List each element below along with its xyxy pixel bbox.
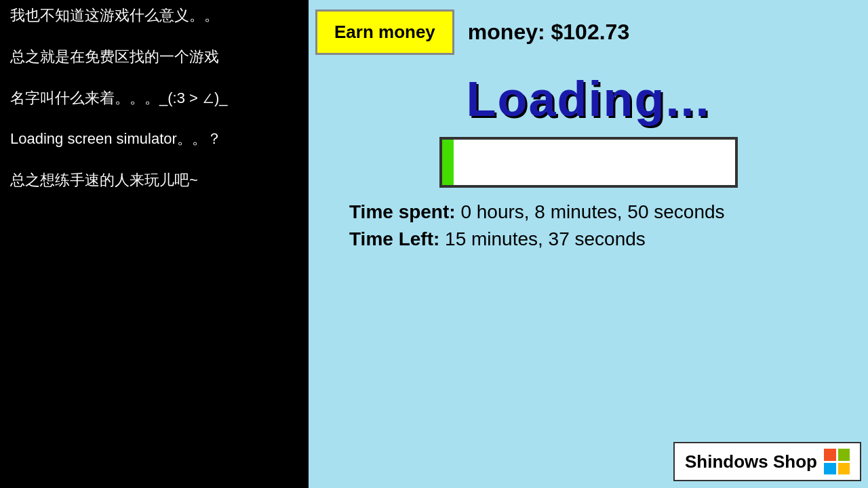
right-panel: Earn money money: $102.73 Loading... Tim… bbox=[309, 0, 868, 488]
shindows-shop[interactable]: Shindows Shop bbox=[673, 442, 861, 481]
time-left-line: Time Left: 15 minutes, 37 seconds bbox=[349, 228, 868, 250]
loading-text: Loading... bbox=[467, 71, 711, 127]
earn-money-button[interactable]: Earn money bbox=[315, 9, 454, 55]
top-bar: Earn money money: $102.73 bbox=[309, 0, 868, 64]
time-spent-value: 0 hours, 8 minutes, 50 seconds bbox=[460, 201, 724, 222]
text-line-4: Loading screen simulator。。？ bbox=[10, 129, 298, 150]
time-info: Time spent: 0 hours, 8 minutes, 50 secon… bbox=[309, 201, 868, 256]
text-line-2: 总之就是在免费区找的一个游戏 bbox=[10, 47, 298, 68]
progress-fill bbox=[442, 140, 454, 185]
text-line-3: 名字叫什么来着。。。_(:3 > ∠)_ bbox=[10, 88, 298, 109]
logo-quad-3 bbox=[824, 463, 836, 475]
time-spent-line: Time spent: 0 hours, 8 minutes, 50 secon… bbox=[349, 201, 868, 223]
logo-quad-4 bbox=[838, 463, 850, 475]
logo-quad-2 bbox=[838, 449, 850, 461]
text-line-1: 我也不知道这游戏什么意义。。 bbox=[10, 5, 298, 26]
money-display: money: $102.73 bbox=[468, 20, 629, 45]
left-panel: 我也不知道这游戏什么意义。。 总之就是在免费区找的一个游戏 名字叫什么来着。。。… bbox=[0, 0, 309, 488]
time-spent-label: Time spent: bbox=[349, 201, 456, 222]
time-left-value: 15 minutes, 37 seconds bbox=[445, 228, 646, 249]
shop-label: Shindows Shop bbox=[685, 451, 817, 472]
text-line-5: 总之想练手速的人来玩儿吧~ bbox=[10, 170, 298, 191]
loading-area: Loading... Time spent: 0 hours, 8 minute… bbox=[309, 64, 868, 256]
windows-logo-icon bbox=[824, 449, 850, 474]
progress-bar-container bbox=[439, 137, 738, 188]
time-left-label: Time Left: bbox=[349, 228, 439, 249]
logo-quad-1 bbox=[824, 449, 836, 461]
